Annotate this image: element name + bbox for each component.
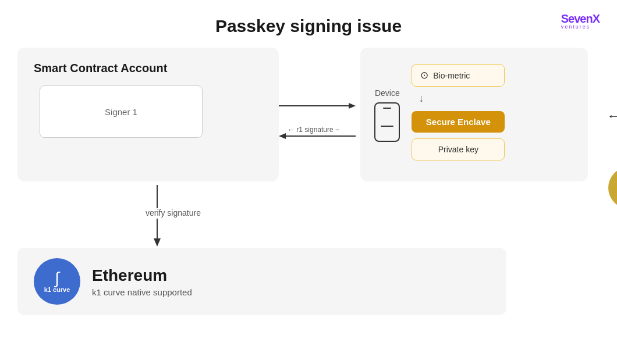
ethereum-info: Ethereum k1 curve native supported — [92, 266, 192, 297]
r1-curve-badge: ∫ r1 curve — [608, 167, 617, 209]
verify-label: verify signature — [146, 208, 201, 217]
ethereum-panel: ∫ k1 curve Ethereum k1 curve native supp… — [17, 248, 506, 315]
biometric-box: ⊙ Bio-metric — [412, 64, 505, 87]
signer-box: Signer 1 — [40, 85, 203, 138]
connection-arrows: ← r1 signature − — [279, 48, 360, 181]
vertical-line — [151, 185, 163, 208]
ethereum-title: Ethereum — [92, 266, 192, 285]
svg-marker-8 — [154, 238, 161, 247]
enclave-section: ⊙ Bio-metric ↓ Secure Enclave Private ke… — [412, 59, 574, 160]
left-panel-title: Smart Contract Account — [34, 62, 263, 75]
page-title: Passkey signing issue — [0, 0, 617, 48]
ethereum-subtitle: k1 curve native supported — [92, 287, 192, 297]
biometric-icon: ⊙ — [420, 69, 428, 81]
phone-icon — [374, 102, 400, 142]
biometric-label: Bio-metric — [433, 71, 470, 80]
private-key-box: Private key — [412, 138, 505, 160]
device-enclave-panel: Device ⊙ Bio-metric ↓ — [360, 48, 588, 181]
device-label: Device — [375, 88, 400, 98]
k1-curve-badge: ∫ k1 curve — [34, 258, 80, 305]
secure-enclave-box: Secure Enclave — [412, 111, 505, 133]
verify-section: verify signature — [17, 185, 600, 248]
down-arrow-small: ↓ — [412, 92, 574, 105]
private-key-label: Private key — [438, 145, 478, 154]
logo: SevenX ventures — [561, 13, 600, 30]
k1-curve-label: k1 curve — [44, 286, 70, 293]
logo-sub: ventures — [561, 24, 600, 30]
smart-contract-panel: Smart Contract Account Signer 1 — [17, 48, 279, 181]
svg-marker-1 — [349, 103, 356, 109]
device-section: Device — [374, 59, 400, 142]
k1-curve-symbol: ∫ — [55, 270, 59, 288]
down-arrow-big — [151, 219, 163, 248]
svg-marker-3 — [279, 133, 286, 139]
signer-label: Signer 1 — [105, 107, 137, 117]
secure-enclave-label: Secure Enclave — [426, 117, 491, 127]
page-wrapper: Passkey signing issue SevenX ventures Sm… — [0, 0, 617, 364]
svg-text:← r1 signature −: ← r1 signature − — [288, 126, 339, 134]
logo-brand: SevenX — [561, 12, 600, 25]
r1-curve-arrow: ← ∫ r1 curve — [607, 109, 617, 124]
arrow-to-private: ← — [607, 109, 617, 124]
